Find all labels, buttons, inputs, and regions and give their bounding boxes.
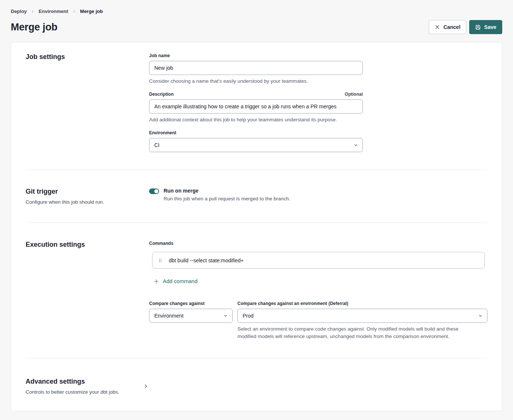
save-button[interactable]: Save: [469, 20, 502, 34]
environment-select[interactable]: CI: [149, 138, 363, 152]
section-execution-settings-left: Execution settings: [26, 241, 149, 340]
close-icon: [435, 24, 440, 30]
add-command-label: Add command: [163, 278, 198, 284]
run-on-merge-description: Run this job when a pull request is merg…: [164, 196, 290, 201]
description-helper: Add additional context about this job to…: [149, 117, 487, 122]
job-settings-card: Job settings Job name Consider choosing …: [11, 42, 502, 411]
job-settings-heading: Job settings: [26, 53, 149, 61]
add-command-button[interactable]: Add command: [154, 278, 198, 284]
execution-settings-heading: Execution settings: [26, 241, 149, 249]
page-title: Merge job: [11, 22, 57, 33]
description-field-group: Description Optional Add additional cont…: [149, 92, 487, 122]
plus-icon: [154, 279, 159, 284]
command-row[interactable]: dbt build --select state:modified+: [152, 252, 485, 269]
breadcrumb-deploy[interactable]: Deploy: [11, 9, 27, 14]
deferral-label: Compare changes against an environment (…: [237, 301, 487, 306]
run-on-merge-label: Run on merge: [164, 188, 290, 194]
deferral-helper: Select an environment to compare code ch…: [237, 325, 479, 341]
save-icon: [475, 24, 481, 30]
job-name-helper: Consider choosing a name that's easily u…: [149, 78, 487, 84]
optional-badge: Optional: [345, 92, 363, 97]
chevron-right-icon[interactable]: [143, 384, 148, 389]
advanced-settings-text: Advanced settings Controls to better cus…: [26, 378, 119, 395]
breadcrumb-environment[interactable]: Environment: [39, 9, 68, 14]
command-text[interactable]: dbt build --select state:modified+: [169, 257, 244, 263]
advanced-settings-heading: Advanced settings: [26, 378, 119, 385]
commands-label: Commands: [149, 241, 487, 246]
chevron-right-icon: [72, 10, 76, 13]
description-input[interactable]: [149, 99, 363, 114]
environment-field-group: Environment CI: [149, 130, 487, 152]
section-execution-settings: Execution settings Commands dbt build --…: [26, 223, 487, 358]
section-git-trigger-left: Git trigger Configure when this job shou…: [26, 188, 149, 205]
chevron-down-icon: [478, 313, 483, 318]
breadcrumb: Deploy Environment Merge job: [11, 0, 502, 14]
compare-against-select[interactable]: Environment: [149, 309, 233, 323]
deferral-group: Compare changes against an environment (…: [237, 301, 487, 341]
git-trigger-heading: Git trigger: [26, 188, 149, 196]
compare-against-group: Compare changes against Environment: [149, 301, 233, 341]
drag-handle-icon[interactable]: [158, 258, 163, 263]
job-name-input[interactable]: [149, 61, 363, 75]
breadcrumb-merge-job: Merge job: [80, 9, 103, 14]
page-header: Merge job Cancel Save: [11, 20, 502, 34]
cancel-button[interactable]: Cancel: [429, 20, 466, 34]
cancel-button-label: Cancel: [443, 24, 460, 30]
section-job-settings: Job settings Job name Consider choosing …: [26, 42, 487, 170]
deferral-select-value: Prod: [243, 313, 254, 319]
run-on-merge-row: Run on merge Run this job when a pull re…: [149, 188, 487, 201]
compare-against-select-value: Environment: [154, 313, 184, 319]
section-git-trigger-content: Run on merge Run this job when a pull re…: [149, 188, 487, 205]
git-trigger-subheading: Configure when this job should run.: [26, 199, 149, 205]
chevron-down-icon: [353, 142, 358, 148]
section-execution-settings-content: Commands dbt build --select state:modifi…: [149, 241, 487, 340]
section-job-settings-fields: Job name Consider choosing a name that's…: [149, 53, 487, 152]
compare-against-label: Compare changes against: [149, 301, 233, 306]
chevron-down-icon: [223, 313, 228, 318]
chevron-right-icon: [31, 10, 34, 13]
description-label: Description: [149, 92, 174, 97]
section-advanced-settings[interactable]: Advanced settings Controls to better cus…: [26, 358, 487, 411]
run-on-merge-toggle[interactable]: [149, 188, 159, 194]
advanced-settings-subheading: Controls to better customize your dbt jo…: [26, 389, 119, 395]
toggle-knob: [154, 189, 158, 193]
environment-select-value: CI: [154, 142, 160, 148]
header-actions: Cancel Save: [429, 20, 502, 34]
compare-row: Compare changes against Environment Comp…: [149, 301, 487, 341]
environment-label: Environment: [149, 130, 487, 135]
run-on-merge-text: Run on merge Run this job when a pull re…: [164, 188, 290, 201]
section-git-trigger: Git trigger Configure when this job shou…: [26, 170, 487, 223]
page: Deploy Environment Merge job Merge job C…: [0, 0, 513, 411]
save-button-label: Save: [484, 24, 496, 30]
deferral-select[interactable]: Prod: [237, 309, 487, 323]
job-name-field-group: Job name Consider choosing a name that's…: [149, 53, 487, 84]
job-name-label: Job name: [149, 53, 487, 58]
section-job-settings-left: Job settings: [26, 53, 149, 152]
